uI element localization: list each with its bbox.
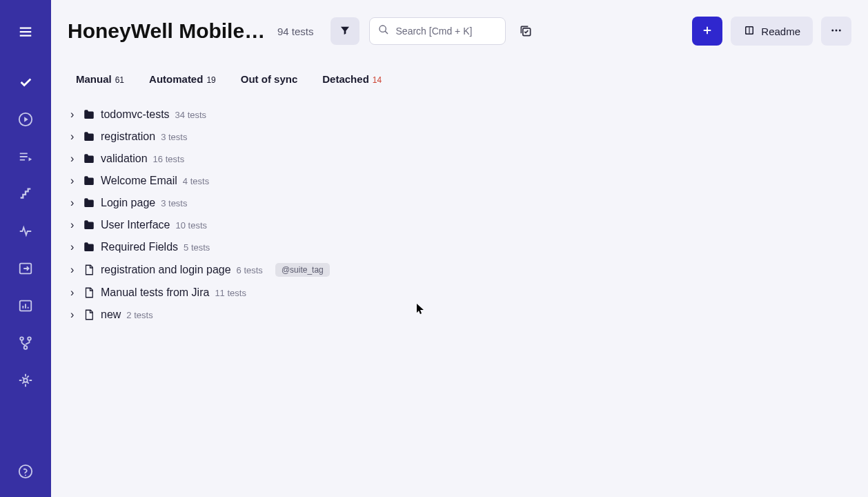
help-icon[interactable] bbox=[14, 460, 37, 483]
tab-detached[interactable]: Detached 14 bbox=[322, 73, 382, 85]
svg-point-6 bbox=[23, 378, 28, 382]
tab-count: 19 bbox=[206, 75, 215, 85]
more-button[interactable] bbox=[821, 17, 851, 46]
bar-chart-icon[interactable] bbox=[14, 294, 37, 318]
tree-row-name: Login page bbox=[101, 197, 155, 209]
tree-row-count: 11 tests bbox=[215, 288, 246, 298]
folder-icon bbox=[83, 197, 95, 209]
test-count: 94 tests bbox=[277, 26, 314, 37]
tab-out-of-sync[interactable]: Out of sync bbox=[241, 73, 298, 85]
tree-row[interactable]: ›new2 tests bbox=[70, 309, 851, 321]
tab-automated[interactable]: Automated 19 bbox=[149, 73, 216, 85]
svg-point-7 bbox=[19, 465, 32, 478]
tree-row-count: 6 tests bbox=[237, 265, 263, 275]
multi-select-icon[interactable] bbox=[515, 21, 536, 41]
tree-row-name: registration and login page bbox=[101, 264, 231, 276]
book-icon bbox=[743, 24, 756, 39]
tab-manual[interactable]: Manual 61 bbox=[76, 73, 124, 85]
tree: ›todomvc-tests34 tests›registration3 tes… bbox=[68, 108, 851, 321]
folder-icon bbox=[83, 130, 95, 143]
project-title: HoneyWell Mobile A... bbox=[68, 19, 268, 43]
tree-row-count: 10 tests bbox=[175, 220, 207, 231]
tab-count: 14 bbox=[373, 75, 382, 85]
chevron-right-icon[interactable]: › bbox=[70, 153, 77, 165]
folder-icon bbox=[83, 108, 95, 121]
tree-row[interactable]: ›Required Fields5 tests bbox=[70, 241, 851, 253]
header-right: Readme bbox=[692, 17, 851, 46]
chevron-right-icon[interactable]: › bbox=[70, 219, 77, 231]
tree-row-count: 3 tests bbox=[161, 198, 187, 208]
tree-row-name: Welcome Email bbox=[101, 175, 177, 187]
svg-point-15 bbox=[839, 29, 841, 31]
chevron-right-icon[interactable]: › bbox=[70, 309, 77, 321]
tab-label: Out of sync bbox=[241, 73, 298, 85]
header: HoneyWell Mobile A... 94 tests bbox=[68, 17, 851, 46]
search-icon bbox=[378, 24, 389, 38]
branch-icon[interactable] bbox=[14, 331, 37, 355]
play-icon[interactable] bbox=[14, 108, 37, 131]
tree-row[interactable]: ›User Interface10 tests bbox=[70, 219, 851, 231]
tree-row-name: registration bbox=[101, 130, 155, 143]
tree-row[interactable]: ›Login page3 tests bbox=[70, 197, 851, 209]
import-icon[interactable] bbox=[14, 257, 37, 280]
steps-icon[interactable] bbox=[14, 182, 37, 206]
chevron-right-icon[interactable]: › bbox=[70, 264, 77, 276]
tabs: Manual 61 Automated 19 Out of sync Detac… bbox=[68, 73, 851, 85]
tree-row-name: User Interface bbox=[101, 219, 170, 231]
chevron-right-icon[interactable]: › bbox=[70, 130, 77, 143]
tab-count: 61 bbox=[115, 75, 124, 85]
tree-row[interactable]: ›registration and login page6 tests@suit… bbox=[70, 263, 851, 277]
tree-row-count: 5 tests bbox=[184, 242, 210, 253]
filter-icon bbox=[339, 25, 351, 38]
tree-row[interactable]: ›todomvc-tests34 tests bbox=[70, 108, 851, 121]
pulse-icon[interactable] bbox=[14, 220, 37, 243]
tree-row[interactable]: ›Manual tests from Jira11 tests bbox=[70, 286, 851, 299]
dots-icon bbox=[830, 24, 842, 39]
sidebar bbox=[0, 0, 51, 497]
main-content: HoneyWell Mobile A... 94 tests bbox=[51, 0, 868, 497]
file-icon bbox=[83, 264, 95, 276]
svg-point-4 bbox=[28, 337, 31, 340]
file-icon bbox=[83, 309, 95, 321]
tab-label: Detached bbox=[322, 73, 369, 85]
svg-point-8 bbox=[25, 475, 26, 476]
tree-row-name: validation bbox=[101, 153, 148, 165]
tree-row[interactable]: ›registration3 tests bbox=[70, 130, 851, 143]
folder-icon bbox=[83, 219, 95, 231]
file-icon bbox=[83, 286, 95, 299]
chevron-right-icon[interactable]: › bbox=[70, 197, 77, 209]
search-box[interactable] bbox=[369, 17, 506, 45]
tree-row[interactable]: ›validation16 tests bbox=[70, 153, 851, 165]
hamburger-icon[interactable] bbox=[14, 19, 37, 43]
svg-point-13 bbox=[831, 29, 834, 31]
readme-label: Readme bbox=[761, 26, 800, 37]
gear-icon[interactable] bbox=[14, 369, 37, 392]
tab-label: Manual bbox=[76, 73, 112, 85]
add-button[interactable] bbox=[692, 17, 722, 46]
plus-icon bbox=[701, 24, 713, 39]
search-input[interactable] bbox=[396, 26, 497, 37]
folder-icon bbox=[83, 153, 95, 165]
tree-row-name: todomvc-tests bbox=[101, 108, 170, 121]
svg-point-14 bbox=[836, 29, 838, 31]
tree-row-name: new bbox=[101, 309, 121, 321]
cursor-icon bbox=[417, 304, 425, 317]
tree-row-count: 16 tests bbox=[153, 154, 185, 164]
tree-row-count: 4 tests bbox=[183, 176, 209, 186]
chevron-right-icon[interactable]: › bbox=[70, 175, 77, 187]
chevron-right-icon[interactable]: › bbox=[70, 241, 77, 253]
svg-point-9 bbox=[379, 26, 386, 32]
tree-row-count: 3 tests bbox=[161, 132, 187, 142]
tree-row[interactable]: ›Welcome Email4 tests bbox=[70, 175, 851, 187]
tree-row-name: Manual tests from Jira bbox=[101, 286, 209, 299]
tag-pill[interactable]: @suite_tag bbox=[275, 263, 330, 277]
playlist-icon[interactable] bbox=[14, 145, 37, 168]
check-icon[interactable] bbox=[14, 70, 37, 94]
svg-point-3 bbox=[20, 337, 23, 340]
chevron-right-icon[interactable]: › bbox=[70, 286, 77, 299]
filter-button[interactable] bbox=[331, 17, 359, 45]
readme-button[interactable]: Readme bbox=[731, 17, 813, 46]
tab-label: Automated bbox=[149, 73, 203, 85]
tree-row-name: Required Fields bbox=[101, 241, 178, 253]
chevron-right-icon[interactable]: › bbox=[70, 108, 77, 121]
